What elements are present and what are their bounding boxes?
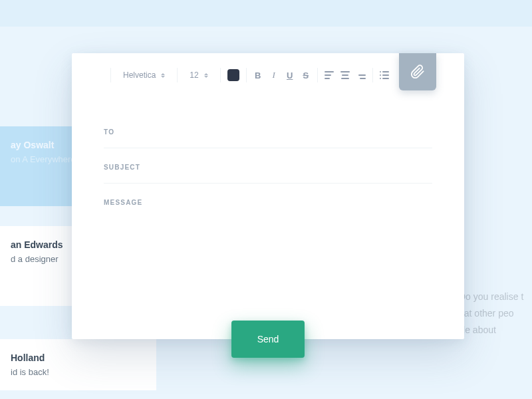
bg-top-bar <box>0 0 532 27</box>
format-toolbar: Helvetica 12 B I U S <box>104 65 398 85</box>
bg-subject: id is back! <box>11 367 146 377</box>
paperclip-icon <box>410 65 425 79</box>
font-family-value: Helvetica <box>123 70 156 80</box>
subject-label: SUBJECT <box>104 164 140 171</box>
bg-sender: Holland <box>11 352 146 363</box>
message-label: MESSAGE <box>104 199 142 206</box>
separator <box>110 68 111 82</box>
attach-button[interactable] <box>399 53 436 90</box>
stepper-icon <box>161 73 165 78</box>
to-label: TO <box>104 128 114 136</box>
italic-button[interactable]: I <box>269 70 279 80</box>
stepper-icon <box>204 73 208 78</box>
align-center-button[interactable] <box>340 71 350 79</box>
separator <box>177 68 178 82</box>
align-group <box>325 71 366 79</box>
to-field[interactable]: TO <box>104 113 432 148</box>
bullet-list-button[interactable] <box>380 71 389 79</box>
compose-fields: TO SUBJECT MESSAGE <box>104 113 432 218</box>
bg-mail-item: Holland id is back! <box>0 339 156 390</box>
send-label: Send <box>257 334 279 344</box>
send-button[interactable]: Send <box>231 321 305 358</box>
format-group: B I U S <box>253 70 311 80</box>
bold-button[interactable]: B <box>253 70 263 80</box>
compose-modal: Helvetica 12 B I U S <box>72 53 464 339</box>
separator <box>317 68 318 82</box>
subject-field[interactable]: SUBJECT <box>104 148 432 184</box>
strikethrough-button[interactable]: S <box>301 70 311 80</box>
separator <box>220 68 221 82</box>
font-family-select[interactable]: Helvetica <box>118 70 170 80</box>
separator <box>246 68 247 82</box>
font-size-value: 12 <box>190 70 198 80</box>
message-field[interactable]: MESSAGE <box>104 184 432 218</box>
align-left-button[interactable] <box>325 71 334 79</box>
align-right-button[interactable] <box>356 71 366 79</box>
separator <box>372 68 373 82</box>
text-color-swatch[interactable] <box>227 69 239 81</box>
underline-button[interactable]: U <box>285 70 295 80</box>
font-size-select[interactable]: 12 <box>184 70 213 80</box>
